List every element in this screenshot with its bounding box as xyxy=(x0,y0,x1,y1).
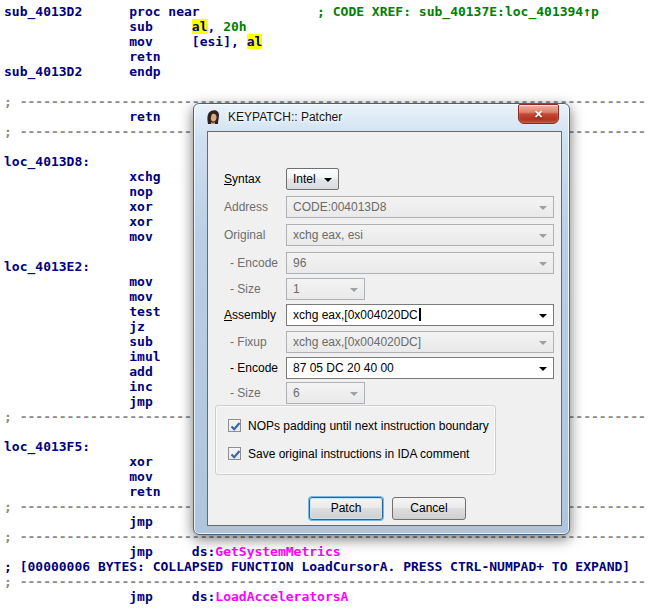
encode-new-label: - Encode xyxy=(230,361,278,375)
field-row-original: Original xchg eax, esi xyxy=(208,224,561,246)
asm-line: mov [esi], al xyxy=(4,34,659,49)
assembly-input[interactable]: xchg eax,[0x004020DC xyxy=(286,304,554,326)
asm-segment: mov xyxy=(4,469,153,484)
asm-segment: LoadAcceleratorsA xyxy=(215,589,348,604)
dialog-title: KEYPATCH:: Patcher xyxy=(228,110,342,124)
dialog-titlebar[interactable]: KEYPATCH:: Patcher ✕ xyxy=(194,104,569,131)
asm-segment: mov [esi], xyxy=(4,34,247,49)
field-row-address: Address CODE:004013D8 xyxy=(208,196,561,218)
size-original-label: - Size xyxy=(230,282,261,296)
asm-segment: al xyxy=(192,19,208,34)
options-groupbox: NOPs padding until next instruction boun… xyxy=(215,405,496,475)
encode-new-combobox[interactable]: 87 05 DC 20 40 00 xyxy=(286,357,554,379)
close-icon[interactable]: ✕ xyxy=(518,104,559,124)
chevron-down-icon xyxy=(539,314,547,318)
asm-segment: mov xyxy=(4,229,153,244)
original-value: xchg eax, esi xyxy=(293,228,363,242)
keypatch-icon xyxy=(205,109,222,126)
field-row-encode-new: - Encode 87 05 DC 20 40 00 xyxy=(208,357,561,379)
chevron-down-icon xyxy=(324,178,332,182)
asm-segment xyxy=(200,4,317,19)
chevron-down-icon xyxy=(539,206,547,210)
asm-line-collapsed: ; [00000006 BYTES: COLLAPSED FUNCTION Lo… xyxy=(4,559,659,574)
asm-segment: jmp ds: xyxy=(4,544,215,559)
syntax-dropdown[interactable]: Intel xyxy=(286,168,339,190)
asm-line: retn xyxy=(4,49,659,64)
asm-segment: 20h xyxy=(223,19,246,34)
asm-segment: xor xyxy=(4,199,153,214)
asm-segment: , xyxy=(208,19,224,34)
keypatch-patcher-dialog: KEYPATCH:: Patcher ✕ Syntax Intel Addres… xyxy=(193,103,570,535)
fixup-combobox: xchg eax,[0x004020DC] xyxy=(286,331,554,353)
asm-segment: sub xyxy=(4,19,192,34)
encode-original-label: - Encode xyxy=(230,256,278,270)
dialog-body: Syntax Intel Address CODE:004013D8 Origi… xyxy=(207,131,562,526)
field-row-syntax: Syntax Intel xyxy=(208,168,561,190)
chevron-down-icon xyxy=(350,392,358,396)
asm-segment: retn xyxy=(4,484,161,499)
asm-line-proc: sub_4013D2 proc near ; CODE XREF: sub_40… xyxy=(4,4,659,19)
address-value: CODE:004013D8 xyxy=(293,200,386,214)
save-original-label: Save original instructions in IDA commen… xyxy=(248,447,469,461)
field-row-encode-original: - Encode 96 xyxy=(208,252,561,274)
asm-segment: retn xyxy=(4,49,161,64)
chevron-down-icon xyxy=(539,234,547,238)
chevron-down-icon xyxy=(350,288,358,292)
asm-segment: mov xyxy=(4,274,153,289)
asm-segment: ; CODE XREF: sub_40137E:loc_401394↑p xyxy=(317,4,599,19)
fixup-label: - Fixup xyxy=(230,335,267,349)
asm-segment: xchg xyxy=(4,169,161,184)
address-label: Address xyxy=(224,200,268,214)
asm-line: sub al, 20h xyxy=(4,19,659,34)
size-new-combobox: 6 xyxy=(286,382,365,404)
asm-segment: ; [00000006 BYTES: COLLAPSED FUNCTION Lo… xyxy=(4,559,630,574)
syntax-value: Intel xyxy=(293,172,316,186)
encode-original-value: 96 xyxy=(293,256,306,270)
address-combobox: CODE:004013D8 xyxy=(286,196,554,218)
field-row-size-original: - Size 1 xyxy=(208,278,561,300)
asm-line-import: jmp ds:GetSystemMetrics xyxy=(4,544,659,559)
asm-line-blank xyxy=(4,79,659,94)
chevron-down-icon xyxy=(539,262,547,266)
size-original-combobox: 1 xyxy=(286,278,365,300)
field-row-fixup: - Fixup xchg eax,[0x004020DC] xyxy=(208,331,561,353)
asm-segment: mov xyxy=(4,289,153,304)
asm-segment: nop xyxy=(4,184,153,199)
asm-segment: GetSystemMetrics xyxy=(215,544,340,559)
asm-segment: sub_4013D2 endp xyxy=(4,64,161,79)
encode-new-value: 87 05 DC 20 40 00 xyxy=(293,361,394,375)
size-original-value: 1 xyxy=(293,282,300,296)
asm-line-import: jmp ds:LoadAcceleratorsA xyxy=(4,589,659,604)
asm-segment: sub_4013D2 proc near xyxy=(4,4,200,19)
assembly-value: xchg eax,[0x004020DC xyxy=(293,308,418,322)
asm-segment: imul xyxy=(4,349,161,364)
asm-segment: jmp xyxy=(4,394,153,409)
size-new-label: - Size xyxy=(230,386,261,400)
fixup-value: xchg eax,[0x004020DC] xyxy=(293,335,421,349)
asm-segment: test xyxy=(4,304,161,319)
asm-segment: xor xyxy=(4,214,153,229)
asm-segment: inc xyxy=(4,379,153,394)
chevron-down-icon xyxy=(539,367,547,371)
asm-segment: loc_4013D8: xyxy=(4,154,90,169)
chevron-down-icon xyxy=(539,341,547,345)
encode-original-combobox: 96 xyxy=(286,252,554,274)
assembly-label: Assembly xyxy=(224,308,276,322)
nops-padding-label: NOPs padding until next instruction boun… xyxy=(248,419,489,433)
asm-segment: jmp xyxy=(4,514,153,529)
cancel-button[interactable]: Cancel xyxy=(392,497,466,520)
asm-line-endp: sub_4013D2 endp xyxy=(4,64,659,79)
asm-segment: loc_4013E2: xyxy=(4,259,90,274)
patch-button[interactable]: Patch xyxy=(309,497,383,520)
asm-segment: jz xyxy=(4,319,145,334)
original-combobox: xchg eax, esi xyxy=(286,224,554,246)
asm-segment: retn xyxy=(4,109,161,124)
syntax-label: Syntax xyxy=(224,172,261,186)
original-label: Original xyxy=(224,228,265,242)
asm-segment: al xyxy=(247,34,263,49)
asm-segment: sub xyxy=(4,334,153,349)
asm-segment: loc_4013F5: xyxy=(4,439,90,454)
asm-segment: jmp ds: xyxy=(4,589,215,604)
text-caret xyxy=(419,308,421,321)
field-row-assembly: Assembly xchg eax,[0x004020DC xyxy=(208,304,561,326)
